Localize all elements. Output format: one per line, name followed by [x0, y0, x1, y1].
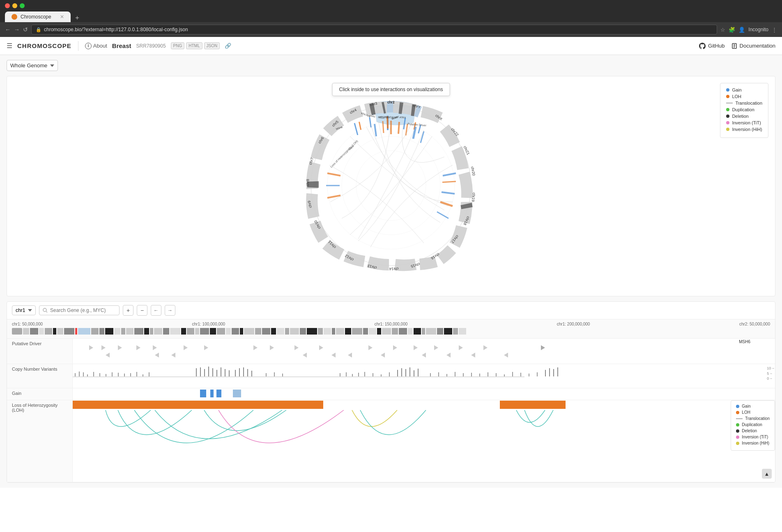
svg-rect-218	[545, 370, 546, 376]
putative-driver-label: Putative Driver	[7, 339, 73, 364]
share-link-icon[interactable]: 🔗	[225, 43, 231, 49]
svg-marker-154	[446, 353, 451, 358]
github-button[interactable]: GitHub	[699, 43, 724, 49]
pan-right-btn[interactable]: →	[165, 305, 175, 316]
export-html-btn[interactable]: HTML	[186, 42, 202, 49]
svg-text:chr8: chr8	[306, 179, 310, 186]
svg-marker-146	[368, 345, 373, 350]
address-text: chromoscope.bio/?external=http://127.0.0…	[44, 27, 188, 32]
svg-rect-162	[87, 374, 88, 376]
scroll-up-btn[interactable]: ▲	[762, 469, 772, 479]
loh-dot	[726, 95, 729, 98]
svg-rect-202	[414, 370, 414, 376]
svg-rect-182	[235, 370, 236, 376]
svg-rect-91	[181, 328, 186, 335]
genome-dropdown[interactable]: Whole Genome chr1	[7, 60, 58, 71]
svg-marker-143	[303, 353, 307, 358]
svg-rect-203	[418, 369, 419, 376]
svg-rect-122	[414, 328, 421, 335]
about-label: About	[93, 43, 107, 49]
translocation-line	[726, 103, 733, 103]
ruler-label-0: chr1: 50,000,000	[12, 322, 43, 326]
svg-marker-147	[393, 345, 397, 350]
svg-rect-76	[64, 328, 74, 335]
traffic-light-red[interactable]	[5, 3, 10, 8]
svg-line-21	[413, 127, 416, 139]
svg-rect-79	[91, 328, 99, 335]
ruler-label-4: chr2: 50,000,000	[739, 322, 770, 326]
export-json-btn[interactable]: JSON	[204, 42, 220, 49]
incognito-label: Incognito	[748, 27, 768, 32]
deletion-label: Deletion	[732, 114, 748, 119]
svg-rect-212	[496, 373, 497, 376]
svg-point-67	[43, 308, 46, 312]
gain-label: Gain	[732, 87, 741, 92]
cnv-content: 10 −5 −0 −	[73, 364, 775, 388]
svg-rect-163	[93, 372, 94, 376]
extensions-icon[interactable]: 🧩	[729, 27, 735, 33]
legend-item-translocation: Translocation	[726, 101, 762, 105]
svg-rect-108	[307, 328, 317, 335]
svg-rect-121	[408, 328, 413, 335]
hamburger-menu[interactable]: ☰	[7, 42, 12, 50]
svg-rect-119	[392, 328, 398, 335]
svg-rect-166	[112, 372, 113, 376]
svg-rect-205	[438, 372, 439, 376]
gene-search-input[interactable]	[50, 307, 116, 313]
svg-rect-191	[346, 372, 347, 376]
reload-btn[interactable]: ↺	[23, 26, 28, 33]
svg-rect-96	[217, 328, 225, 335]
tab-close-btn[interactable]: ✕	[60, 14, 64, 20]
zoom-in-btn[interactable]: +	[123, 305, 133, 316]
svg-rect-185	[247, 369, 248, 376]
genome-selector: Whole Genome chr1	[7, 60, 775, 71]
menu-icon[interactable]: ⋮	[772, 27, 777, 33]
back-btn[interactable]: ←	[5, 26, 11, 33]
svg-rect-88	[154, 328, 162, 335]
circular-svg[interactable]: chr1 chrY chrX chr22 chr21 chr20 chr19 c…	[288, 83, 494, 288]
svg-point-5	[327, 122, 455, 249]
export-png-btn[interactable]: PNG	[171, 42, 185, 49]
svg-marker-152	[381, 353, 385, 358]
svg-marker-131	[118, 345, 122, 350]
traffic-light-green[interactable]	[20, 3, 25, 8]
svg-rect-180	[225, 369, 225, 376]
driver-track-svg	[73, 340, 775, 361]
inversion-hih-label: Inversion (HiH)	[732, 127, 762, 132]
pan-left-btn[interactable]: ←	[151, 305, 161, 316]
address-bar[interactable]: 🔒 chromoscope.bio/?external=http://127.0…	[31, 25, 717, 34]
svg-rect-183	[239, 368, 240, 376]
svg-rect-99	[240, 328, 243, 335]
svg-rect-98	[232, 328, 239, 335]
svg-marker-134	[184, 345, 188, 350]
browser-tab-active[interactable]: Chromoscope ✕	[5, 11, 71, 22]
svg-rect-120	[399, 328, 407, 335]
svg-rect-97	[226, 328, 231, 335]
circular-plot[interactable]: chr1 chrY chrX chr22 chr21 chr20 chr19 c…	[288, 83, 494, 289]
bookmark-icon[interactable]: ☆	[720, 27, 725, 33]
forward-btn[interactable]: →	[14, 26, 20, 33]
chromosome-dropdown[interactable]: chr1 chr2	[12, 305, 36, 315]
tab-label: Chromoscope	[21, 14, 51, 20]
circular-viz-container[interactable]: Click inside to use interactions on visu…	[7, 76, 775, 296]
track-container: Putative Driver MSH6	[7, 339, 775, 482]
about-button[interactable]: i About	[85, 43, 107, 49]
profile-icon[interactable]: 👤	[738, 27, 745, 33]
ll-translocation: Translocation	[736, 416, 770, 421]
zoom-out-btn[interactable]: −	[137, 305, 147, 316]
new-tab-btn[interactable]: ＋	[74, 14, 80, 22]
svg-rect-215	[520, 373, 521, 376]
svg-rect-211	[488, 372, 488, 376]
gain-label: Gain	[7, 388, 73, 400]
gene-search-box[interactable]	[39, 305, 120, 315]
docs-button[interactable]: Documentation	[731, 43, 775, 49]
svg-rect-219	[549, 368, 550, 376]
cnv-label: Copy Number Variants	[7, 364, 73, 388]
svg-rect-177	[212, 368, 213, 376]
svg-rect-100	[244, 328, 254, 335]
svg-marker-156	[504, 353, 508, 358]
svg-rect-227	[500, 401, 566, 409]
svg-point-7	[356, 151, 426, 220]
traffic-light-yellow[interactable]	[12, 3, 17, 8]
svg-rect-128	[459, 328, 466, 335]
